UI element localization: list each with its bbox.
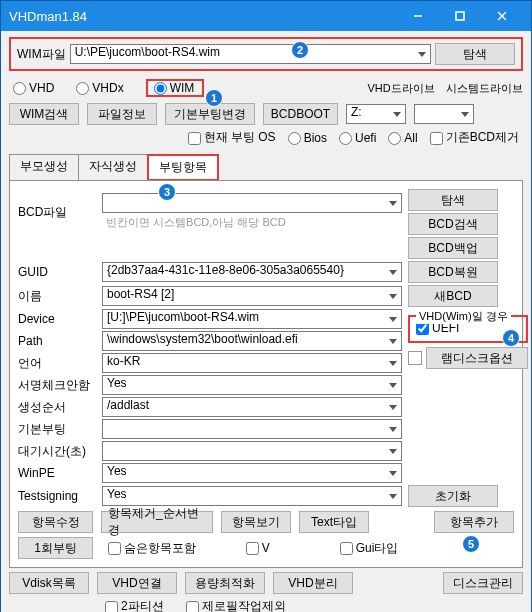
- guid-label: GUID: [18, 265, 96, 279]
- wim-file-input[interactable]: U:\PE\jucom\boot-RS4.wim: [70, 44, 431, 64]
- two-partition-check[interactable]: 2파티션: [105, 598, 164, 612]
- radio-wim-wrap: WIM: [146, 79, 205, 97]
- bcd-backup-button[interactable]: BCD백업: [408, 237, 498, 259]
- bcd-file-input[interactable]: [102, 193, 402, 213]
- test-label: Testsigning: [18, 489, 96, 503]
- footer-row-1b: 2파티션 제로필작업제외: [9, 598, 523, 612]
- marker-5: 5: [462, 535, 480, 553]
- lang-label: 언어: [18, 355, 96, 372]
- device-label: Device: [18, 312, 96, 326]
- basic-boot-change-button[interactable]: 기본부팅변경: [165, 103, 255, 125]
- new-bcd-button[interactable]: 새BCD: [408, 285, 498, 307]
- tab-parent[interactable]: 부모생성: [9, 154, 79, 181]
- radio-vhdx[interactable]: VHDx: [76, 81, 123, 95]
- path-label: Path: [18, 334, 96, 348]
- defboot-label: 기본부팅: [18, 421, 96, 438]
- wim-file-row: WIM파일 U:\PE\jucom\boot-RS4.wim 탐색 2: [9, 37, 523, 71]
- winpe-label: WinPE: [18, 466, 96, 480]
- defboot-input[interactable]: [102, 419, 402, 439]
- tabs: 부모생성 자식생성 부팅항목: [9, 154, 523, 181]
- vhd-drive-label: VHD드라이브: [367, 81, 434, 96]
- action-row-1: 항목수정 항목제거_순서변경 항목보기 Text타입 항목추가: [18, 511, 514, 533]
- vhd-wim-box-wrap: VHD(Wim)일 경우 UEFI 4 램디스크옵션: [408, 313, 528, 369]
- footer-row-1: Vdisk목록 VHD연결 용량최적화 VHD분리 디스크관리: [9, 572, 523, 594]
- vhd-connect-button[interactable]: VHD연결: [97, 572, 177, 594]
- radio-wim[interactable]: WIM: [154, 81, 195, 95]
- order-input[interactable]: /addlast: [102, 397, 402, 417]
- form-grid: BCD파일 빈칸이면 시스템BCD,아님 해당 BCD 탐색 BCD검색 BCD…: [18, 189, 514, 507]
- text-type-button[interactable]: Text타입: [299, 511, 369, 533]
- name-label: 이름: [18, 288, 96, 305]
- current-boot-os-check[interactable]: 현재 부팅 OS: [188, 129, 276, 146]
- radio-vhd[interactable]: VHD: [13, 81, 54, 95]
- bcd-file-label: BCD파일: [18, 204, 96, 221]
- radio-all[interactable]: All: [388, 131, 417, 145]
- guid-input[interactable]: {2db37aa4-431c-11e8-8e06-305a3a065540}: [102, 262, 402, 282]
- remove-order-button[interactable]: 항목제거_순서변경: [101, 511, 213, 533]
- edit-button[interactable]: 항목수정: [18, 511, 93, 533]
- bcd-search-button[interactable]: BCD검색: [408, 213, 498, 235]
- wim-file-label: WIM파일: [17, 46, 66, 63]
- ramdisk-check[interactable]: [408, 351, 422, 365]
- browse-button[interactable]: 탐색: [435, 43, 515, 65]
- radio-bios[interactable]: Bios: [288, 131, 327, 145]
- radio-uefi[interactable]: Uefi: [339, 131, 376, 145]
- side-col-1: 탐색 BCD검색: [408, 189, 528, 235]
- sys-drive-select[interactable]: [414, 104, 474, 124]
- bcd-placeholder: 빈칸이면 시스템BCD,아님 해당 BCD: [102, 213, 402, 232]
- sys-drive-label: 시스템드라이브: [446, 81, 523, 96]
- device-input[interactable]: [U:]\PE\jucom\boot-RS4.wim: [102, 309, 402, 329]
- path-input[interactable]: \windows\system32\boot\winload.efi: [102, 331, 402, 351]
- content: WIM파일 U:\PE\jucom\boot-RS4.wim 탐색 2 VHD …: [1, 31, 531, 612]
- wait-label: 대기시간(초): [18, 443, 96, 460]
- window: VHDman1.84 WIM파일 U:\PE\jucom\boot-RS4.wi…: [0, 0, 532, 612]
- side-browse-button[interactable]: 탐색: [408, 189, 498, 211]
- disk-mgmt-button[interactable]: 디스크관리: [443, 572, 523, 594]
- vdisk-list-button[interactable]: Vdisk목록: [9, 572, 89, 594]
- v-check[interactable]: V: [246, 541, 270, 555]
- capacity-button[interactable]: 용량최적화: [185, 572, 265, 594]
- type-row: VHD VHDx WIM VHD드라이브 시스템드라이브: [9, 77, 523, 99]
- view-button[interactable]: 항목보기: [221, 511, 291, 533]
- toolbar-row: WIM검색 파일정보 기본부팅변경 BCDBOOT Z: 1: [9, 103, 523, 125]
- zerofill-check[interactable]: 제로필작업제외: [186, 598, 286, 612]
- wait-input[interactable]: [102, 441, 402, 461]
- tab-child[interactable]: 자식생성: [78, 154, 148, 181]
- bcd-file-wrap: 빈칸이면 시스템BCD,아님 해당 BCD: [102, 193, 402, 232]
- vhd-wim-fieldset: VHD(Wim)일 경우 UEFI 4: [408, 315, 528, 343]
- type-radio-group: VHD VHDx WIM: [9, 77, 208, 99]
- winpe-input[interactable]: Yes: [102, 463, 402, 483]
- titlebar: VHDman1.84: [1, 1, 531, 31]
- gui-check[interactable]: Gui타입: [340, 540, 399, 557]
- bcdboot-button[interactable]: BCDBOOT: [263, 103, 338, 125]
- remove-bcd-check[interactable]: 기존BCD제거: [430, 129, 519, 146]
- once-button[interactable]: 1회부팅: [18, 537, 93, 559]
- svg-rect-1: [456, 12, 464, 20]
- window-title: VHDman1.84: [9, 9, 397, 24]
- vhd-wim-legend: VHD(Wim)일 경우: [416, 309, 511, 324]
- action-row-2: 1회부팅 숨은항목포함 V Gui타입 5: [18, 537, 514, 559]
- bcd-restore-button[interactable]: BCD복원: [408, 261, 498, 283]
- boot-option-row: 현재 부팅 OS Bios Uefi All 기존BCD제거: [9, 129, 523, 146]
- minimize-icon[interactable]: [397, 1, 439, 31]
- tab-body: 3 BCD파일 빈칸이면 시스템BCD,아님 해당 BCD 탐색 BCD검색 B…: [9, 180, 523, 568]
- ramdisk-row: 램디스크옵션: [408, 347, 528, 369]
- tab-boot[interactable]: 부팅항목: [147, 154, 219, 181]
- file-info-button[interactable]: 파일정보: [87, 103, 157, 125]
- ramdisk-button[interactable]: 램디스크옵션: [426, 347, 528, 369]
- test-input[interactable]: Yes: [102, 486, 402, 506]
- close-icon[interactable]: [481, 1, 523, 31]
- init-button[interactable]: 초기화: [408, 485, 498, 507]
- name-input[interactable]: boot-RS4 [2]: [102, 286, 402, 306]
- maximize-icon[interactable]: [439, 1, 481, 31]
- drive-select[interactable]: Z:: [346, 104, 406, 124]
- vhd-split-button[interactable]: VHD분리: [273, 572, 353, 594]
- order-label: 생성순서: [18, 399, 96, 416]
- sign-input[interactable]: Yes: [102, 375, 402, 395]
- lang-input[interactable]: ko-KR: [102, 353, 402, 373]
- hidden-check[interactable]: 숨은항목포함: [108, 540, 196, 557]
- add-button[interactable]: 항목추가: [434, 511, 514, 533]
- sign-label: 서명체크안함: [18, 377, 96, 394]
- wim-search-button[interactable]: WIM검색: [9, 103, 79, 125]
- marker-4: 4: [502, 329, 520, 347]
